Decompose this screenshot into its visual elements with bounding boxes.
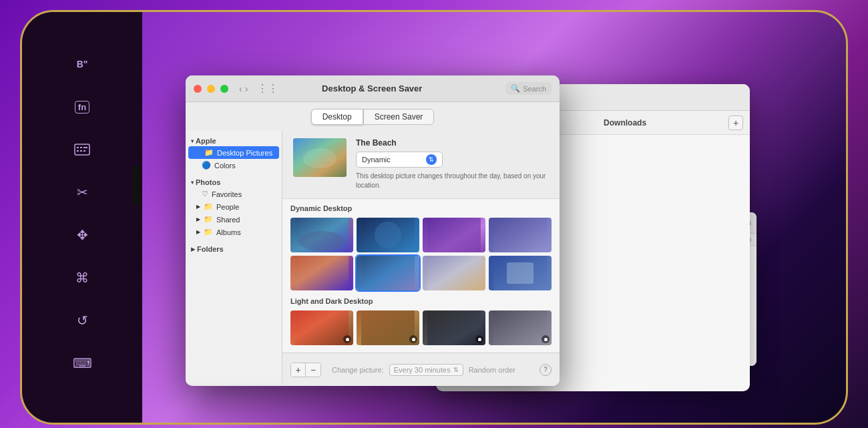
folders-section-header: Folders bbox=[197, 245, 224, 253]
people-folder-icon: 📁 bbox=[204, 202, 213, 211]
svg-rect-21 bbox=[295, 310, 349, 345]
shared-folder-icon: 📁 bbox=[204, 215, 213, 224]
change-dropdown-arrow: ⇅ bbox=[453, 367, 459, 373]
svg-point-13 bbox=[375, 222, 401, 248]
wallpaper-thumb-11[interactable] bbox=[423, 310, 485, 345]
sidebar-item-shared[interactable]: ▶ 📁 Shared bbox=[186, 213, 282, 226]
change-picture-label: Change picture: bbox=[332, 366, 384, 374]
sidebar-icon-keyboard[interactable] bbox=[70, 138, 94, 162]
sidebar-icon-scissors[interactable]: ✂ bbox=[70, 180, 94, 204]
dss-titlebar: ‹ › ⋮⋮ Desktop & Screen Saver 🔍 Search bbox=[186, 75, 560, 102]
wallpaper-thumb-8[interactable] bbox=[489, 256, 552, 290]
sidebar-icon-keyboard2[interactable]: ⌨ bbox=[70, 351, 94, 375]
change-picture-dropdown[interactable]: Every 30 minutes ⇅ bbox=[389, 364, 463, 376]
wallpaper-thumb-10[interactable] bbox=[357, 310, 419, 345]
preview-area: The Beach Dynamic ⇅ This desktop picture… bbox=[282, 130, 560, 199]
wallpaper-thumb-6[interactable] bbox=[357, 256, 419, 290]
dss-bottom-bar: + − Change picture: Every 30 minutes ⇅ R… bbox=[282, 353, 560, 386]
desktop-pictures-icon: 📁 bbox=[204, 148, 214, 157]
svg-rect-14 bbox=[427, 218, 481, 252]
preview-title: The Beach bbox=[356, 138, 549, 148]
sidebar-icon-fn[interactable]: fn bbox=[70, 95, 94, 119]
finder-add-button[interactable]: + bbox=[728, 116, 743, 130]
sidebar-item-albums[interactable]: ▶ 📁 Albums bbox=[186, 226, 282, 238]
help-button[interactable]: ? bbox=[539, 364, 552, 376]
svg-rect-1 bbox=[77, 147, 79, 148]
dss-search-icon: 🔍 bbox=[511, 84, 520, 93]
light-dark-grid bbox=[290, 310, 552, 345]
albums-folder-icon: 📁 bbox=[204, 228, 213, 236]
light-dark-desktop-title: Light and Dark Desktop bbox=[290, 297, 552, 305]
dss-window: ‹ › ⋮⋮ Desktop & Screen Saver 🔍 Search D… bbox=[186, 75, 560, 386]
dss-body: ▾ Apple 📁 Desktop Pictures 🔵 Colors ▾ Ph… bbox=[186, 130, 560, 383]
wp-light-dark-icon-9 bbox=[343, 335, 351, 343]
svg-rect-24 bbox=[493, 310, 547, 345]
remove-button[interactable]: − bbox=[306, 363, 320, 377]
shared-expand-icon: ▶ bbox=[196, 216, 200, 222]
dss-minimize-button[interactable] bbox=[207, 85, 215, 93]
tab-desktop[interactable]: Desktop bbox=[311, 109, 363, 125]
add-button[interactable]: + bbox=[291, 363, 306, 377]
tab-screensaver[interactable]: Screen Saver bbox=[363, 109, 435, 125]
wallpaper-thumb-4[interactable] bbox=[489, 218, 552, 252]
sidebar-item-colors[interactable]: 🔵 Colors bbox=[186, 159, 282, 172]
albums-expand-icon: ▶ bbox=[196, 229, 200, 235]
svg-rect-17 bbox=[361, 256, 415, 290]
sidebar-icon-b[interactable]: B" bbox=[70, 52, 94, 76]
wp-light-dark-icon-10 bbox=[409, 335, 417, 343]
wallpaper-thumb-12[interactable] bbox=[489, 310, 552, 345]
wallpaper-thumb-9[interactable] bbox=[290, 310, 353, 345]
dss-search-label: Search bbox=[523, 85, 546, 93]
add-remove-controls: + − bbox=[290, 363, 321, 377]
preview-description: This desktop picture changes throughout … bbox=[356, 172, 549, 190]
sidebar-icon-move[interactable]: ✥ bbox=[70, 223, 94, 247]
dss-window-title: Desktop & Screen Saver bbox=[244, 83, 500, 93]
phone-sidebar: B" fn ✂ ✥ ⌘ ↺ bbox=[22, 12, 142, 423]
svg-rect-4 bbox=[77, 150, 79, 152]
wallpaper-thumb-7[interactable] bbox=[423, 256, 485, 290]
svg-rect-15 bbox=[493, 218, 547, 252]
people-expand-icon: ▶ bbox=[196, 204, 200, 210]
dss-maximize-button[interactable] bbox=[220, 85, 228, 93]
dss-close-button[interactable] bbox=[194, 85, 202, 93]
svg-point-9 bbox=[303, 148, 337, 168]
svg-rect-7 bbox=[85, 147, 87, 148]
svg-rect-18 bbox=[427, 256, 481, 290]
svg-rect-3 bbox=[83, 147, 85, 148]
svg-rect-2 bbox=[80, 147, 82, 148]
dss-tabs: Desktop Screen Saver bbox=[186, 102, 560, 130]
wallpaper-thumb-2[interactable] bbox=[357, 218, 419, 252]
preview-dropdown[interactable]: Dynamic ⇅ bbox=[356, 152, 443, 168]
svg-rect-16 bbox=[295, 256, 349, 290]
photos-section-header: Photos bbox=[196, 178, 220, 186]
photos-section-triangle: ▾ bbox=[191, 180, 194, 186]
dropdown-value: Dynamic bbox=[362, 156, 391, 164]
svg-point-11 bbox=[298, 231, 345, 251]
apple-section-triangle: ▾ bbox=[191, 138, 194, 144]
sidebar-icon-command[interactable]: ⌘ bbox=[70, 266, 94, 290]
folders-expand-icon: ▶ bbox=[191, 246, 195, 252]
wallpaper-thumb-3[interactable] bbox=[423, 218, 485, 252]
svg-rect-5 bbox=[80, 150, 82, 152]
sidebar-item-desktop-pictures[interactable]: 📁 Desktop Pictures bbox=[188, 146, 279, 159]
wallpaper-preview-thumb bbox=[293, 138, 347, 177]
sidebar-icon-timer[interactable]: ↺ bbox=[70, 308, 94, 333]
side-button bbox=[132, 166, 140, 206]
svg-rect-22 bbox=[361, 310, 415, 345]
apple-section-header: Apple bbox=[196, 137, 216, 145]
svg-rect-6 bbox=[83, 150, 85, 152]
dss-search-box[interactable]: 🔍 Search bbox=[505, 82, 552, 95]
dss-sidebar: ▾ Apple 📁 Desktop Pictures 🔵 Colors ▾ Ph… bbox=[186, 130, 282, 383]
wallpaper-thumb-5[interactable] bbox=[290, 256, 353, 290]
svg-rect-23 bbox=[427, 310, 481, 345]
sidebar-item-people[interactable]: ▶ 📁 People bbox=[186, 200, 282, 213]
colors-icon: 🔵 bbox=[202, 161, 211, 170]
random-order-label: Random order bbox=[469, 366, 515, 374]
sidebar-item-favorites[interactable]: ♡ Favorites bbox=[186, 188, 282, 200]
phone-frame: B" fn ✂ ✥ ⌘ ↺ bbox=[20, 10, 848, 425]
dss-back-arrow[interactable]: ‹ bbox=[239, 83, 242, 94]
wallpaper-thumb-1[interactable] bbox=[290, 218, 353, 252]
wp-light-dark-icon-12 bbox=[541, 335, 550, 343]
favorites-icon: ♡ bbox=[202, 190, 208, 198]
svg-rect-0 bbox=[75, 144, 89, 155]
